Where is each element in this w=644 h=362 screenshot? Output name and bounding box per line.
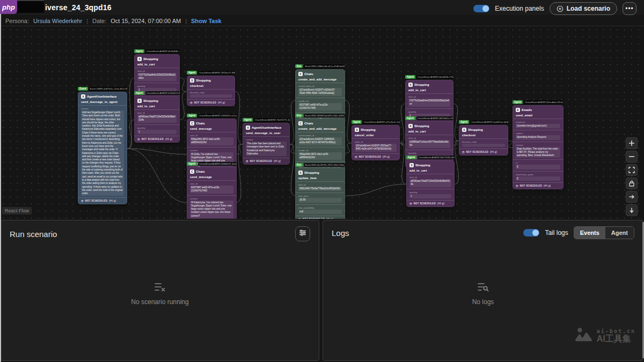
- flow-node-shopping-cancel_order[interactable]: AgentOracleEvent AGENT-a51c9ea1-1a82-4c3…: [352, 120, 400, 160]
- node-function-name: checkout: [462, 134, 505, 137]
- flow-edge: [237, 144, 243, 154]
- node-event-id: OracleEvent AGENT-b6a9f1fb-773c-4b71-8c8…: [416, 75, 453, 79]
- flow-edge: [345, 143, 352, 153]
- node-header: CChats: [190, 169, 233, 174]
- node-app-name: Shopping: [143, 57, 158, 61]
- reactflow-attribution[interactable]: React Flow: [2, 207, 32, 215]
- node-function-name: cancel_order: [355, 134, 397, 137]
- node-schedule-status: ◷NOT SCHEDULED(#4 g): [409, 202, 451, 205]
- load-scenario-label: Load scenario: [567, 5, 610, 12]
- node-badge-row: AgentOracleEvent AGENT-df214d1e-c78a-431…: [405, 116, 453, 121]
- clock-icon: ◷: [190, 101, 193, 104]
- php-logo: php: [0, 0, 17, 14]
- tail-logs-label: Tail logs: [545, 229, 568, 237]
- lock-button[interactable]: [626, 178, 638, 189]
- node-card[interactable]: SShoppingcheckoutdiscount_code◷NOT SCHED…: [459, 125, 508, 156]
- flow-node-shopping-update_item[interactable]: EnvEvent ENV-9ac8278c-2972-43e1-91bc-a08…: [295, 162, 345, 219]
- node-function-name: update_item: [298, 176, 342, 180]
- shopping-app-icon: S: [409, 163, 414, 167]
- arrow-right-button[interactable]: [626, 191, 638, 203]
- clock-icon: ◷: [81, 200, 84, 202]
- node-function-name: add_to_cart: [408, 130, 450, 133]
- arrow-down-button[interactable]: [626, 204, 638, 216]
- fit-view-button[interactable]: [626, 164, 638, 176]
- flow-controls: [626, 137, 638, 216]
- shopping-app-icon: S: [408, 124, 413, 128]
- chats-app-icon: C: [298, 121, 303, 125]
- execution-panels-toggle[interactable]: [473, 5, 489, 12]
- node-divider: [513, 182, 563, 183]
- node-divider: [135, 109, 179, 110]
- flow-node-agentuserinterface-send_message_to_agent[interactable]: EventEvent USER-4a87fa5c-c5cb-44c5-859a-…: [78, 86, 127, 204]
- tab-agent[interactable]: Agent: [605, 227, 634, 239]
- node-card[interactable]: CChatssend_messageuser_id83373f87-a4d5-4…: [187, 167, 237, 219]
- flow-node-shopping-checkout[interactable]: AgentOracleEvent AGENT-5a0467ae-bb3f-4e1…: [459, 120, 508, 156]
- param-label: item_id: [137, 70, 177, 72]
- flow-node-shopping-add_to_cart[interactable]: AgentOracleEvent AGENT-96171181-d575-428…: [406, 155, 455, 207]
- node-badge-row: AgentOracleEvent AGENT-e92b6c57-40a6-448…: [187, 161, 237, 166]
- watermark-line2: AI工具集: [597, 334, 635, 344]
- run-panel-header: Run scenario: [1, 220, 319, 247]
- node-card[interactable]: SShoppingadd_to_cartitem_ida5491aec7fad0…: [134, 96, 180, 143]
- flow-node-shopping-add_to_cart[interactable]: AgentOracleEvent AGENT-b7b56f74-81ab-49f…: [134, 91, 180, 143]
- node-badge-row: AgentOracleEvent AGENT-7b072271-4282-48a…: [243, 117, 290, 122]
- param-label: content: [81, 107, 124, 110]
- tail-logs-toggle[interactable]: [523, 229, 539, 237]
- logs-empty-text: No logs: [472, 298, 494, 306]
- node-card[interactable]: EEmailssend_emailrecipients['aurelien.fe…: [513, 105, 564, 189]
- top-bar: php iverse_24_3qpd16 Execution panels Lo…: [0, 0, 644, 15]
- node-divider: [406, 93, 453, 94]
- node-app-name: Shopping: [414, 124, 429, 128]
- flow-edge: [453, 141, 459, 145]
- node-app-name: Chats: [304, 122, 313, 125]
- node-function-name: create_and_add_message: [298, 127, 342, 130]
- flow-canvas[interactable]: React Flow EventEvent USER-4a87fa5c-c5cb…: [0, 26, 644, 219]
- node-badge-row: EnvEvent ENV-9ac8278c-2972-43e1-91bc-a08…: [295, 162, 345, 167]
- param-value: 1: [409, 194, 451, 198]
- emails-app-icon: E: [516, 108, 520, 112]
- node-card[interactable]: SShoppingadd_to_cartitem_ida5491aec7fad0…: [406, 160, 455, 207]
- node-event-id: Event USER-4a87fa5c-c5cb-44c5-859a-5b95e…: [89, 87, 127, 91]
- param-value: Hi Katarzyna, I've ordered two Sugarboog…: [190, 201, 233, 218]
- node-divider: [406, 135, 453, 135]
- load-scenario-button[interactable]: Load scenario: [550, 2, 617, 15]
- node-app-name: Chats: [304, 72, 313, 76]
- node-divider: [187, 180, 236, 181]
- schedule-status-tag: (#4 g): [165, 138, 172, 141]
- flow-node-agentuserinterface-send_message_to_user[interactable]: AgentOracleEvent AGENT-7b072271-4282-48a…: [243, 117, 290, 165]
- flow-node-emails-send_email[interactable]: AgentOracleEvent AGENT-b5ecdbee-81cd-487…: [513, 100, 564, 189]
- run-settings-button[interactable]: [295, 226, 310, 241]
- persona-name[interactable]: Ursula Wiederkehr: [33, 18, 82, 24]
- param-label: item_id: [137, 112, 177, 114]
- run-empty-text: No scenario running: [131, 298, 188, 306]
- param-value: 83373f87-a4d5-4f7a-a13b-2134d7417465: [190, 186, 233, 194]
- node-event-id: OracleEvent AGENT-a51c9ea1-1a82-4c35-8df…: [363, 120, 400, 124]
- tab-events[interactable]: Events: [574, 227, 605, 239]
- show-task-link[interactable]: Show Task: [191, 18, 222, 24]
- node-card[interactable]: SShoppingcheckoutdiscount_code◷NOT SCHED…: [187, 76, 235, 106]
- node-header: SShopping: [462, 128, 505, 132]
- flow-edge: [180, 78, 187, 91]
- node-app-name: Shopping: [196, 79, 211, 82]
- redaction-box: [16, 0, 44, 13]
- node-header: CChats: [190, 121, 233, 125]
- flow-node-shopping-checkout[interactable]: AgentOracleEvent AGENT-2923aa77-84f5-4a3…: [187, 70, 235, 106]
- node-card[interactable]: AAgentUserInterfacesend_message_to_userc…: [243, 123, 290, 165]
- ai-bot-logo-icon: [574, 327, 592, 344]
- node-divider: [407, 189, 454, 189]
- node-schedule-status: ◷NOT SCHEDULED(#4 g): [516, 184, 560, 187]
- more-menu-button[interactable]: •••: [623, 2, 636, 15]
- node-header: CChats: [298, 72, 342, 76]
- node-divider: [135, 136, 179, 136]
- node-card[interactable]: SShoppingupdate_itemitem_id6f92c94b778e9…: [295, 168, 345, 219]
- flow-node-chats-send_message[interactable]: AgentOracleEvent AGENT-e92b6c57-40a6-448…: [187, 161, 237, 219]
- zoom-in-button[interactable]: [626, 137, 638, 149]
- zoom-out-button[interactable]: [626, 151, 638, 162]
- flow-edge: [455, 141, 459, 184]
- flow-edge: [345, 100, 352, 143]
- node-card[interactable]: SShoppingcancel_orderorder_id{{OracleEve…: [352, 125, 400, 160]
- node-divider: [513, 171, 563, 172]
- node-type-badge: Agent: [352, 120, 362, 124]
- param-label: discount_code: [190, 91, 232, 94]
- node-card[interactable]: AAgentUserInterfacesend_message_to_agent…: [78, 92, 127, 204]
